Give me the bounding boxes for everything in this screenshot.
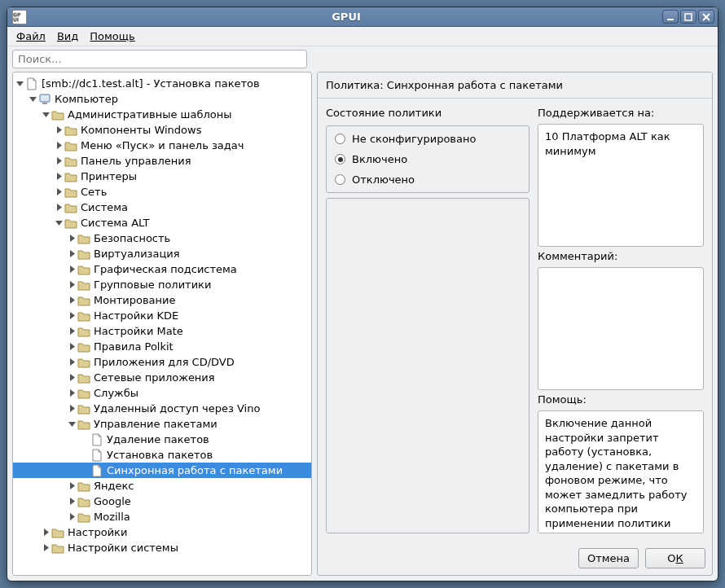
tree-panel[interactable]: [smb://dc1.test.alt] - Установка пакетов… bbox=[12, 72, 312, 576]
tree-folder[interactable]: Меню «Пуск» и панель задач bbox=[13, 138, 311, 153]
radio-disabled[interactable]: Отключено bbox=[335, 173, 521, 186]
expander-icon[interactable] bbox=[67, 327, 77, 335]
tree-folder[interactable]: Настройки KDE bbox=[13, 308, 311, 323]
tree-leaf[interactable]: Установка пакетов bbox=[13, 447, 311, 463]
info-column: Поддерживается на: 10 Платформа ALT как … bbox=[538, 107, 704, 533]
tree-folder[interactable]: Службы bbox=[13, 385, 311, 401]
svg-marker-15 bbox=[55, 221, 63, 226]
svg-marker-23 bbox=[70, 343, 75, 350]
cancel-button[interactable]: Отмена bbox=[578, 548, 639, 568]
ok-button[interactable]: ОК bbox=[645, 548, 705, 568]
tree-folder[interactable]: Монтирование bbox=[13, 292, 311, 308]
expander-icon[interactable] bbox=[67, 482, 77, 489]
expander-icon[interactable] bbox=[54, 173, 64, 180]
tree-folder[interactable]: Групповые политики bbox=[13, 277, 311, 292]
expander-icon[interactable] bbox=[67, 281, 77, 288]
radio-enabled[interactable]: Включено bbox=[335, 153, 521, 165]
svg-marker-17 bbox=[70, 250, 75, 257]
expander-icon[interactable] bbox=[67, 235, 77, 242]
expander-icon[interactable] bbox=[54, 126, 64, 134]
folder-icon bbox=[64, 217, 77, 230]
tree-folder[interactable]: Правила Polkit bbox=[13, 339, 311, 354]
tree-folder[interactable]: Система ALT bbox=[13, 215, 311, 230]
menu-view[interactable]: Вид bbox=[51, 29, 84, 44]
tree-folder[interactable]: Безопасность bbox=[13, 230, 311, 246]
expander-icon[interactable] bbox=[54, 219, 64, 226]
expander-icon[interactable] bbox=[54, 204, 64, 211]
svg-rect-7 bbox=[42, 103, 47, 104]
tree-folder[interactable]: Виртуализация bbox=[13, 246, 311, 261]
tree-folder[interactable]: Сетевые приложения bbox=[13, 370, 311, 385]
tree-folder[interactable]: Управление пакетами bbox=[13, 416, 311, 432]
menu-help[interactable]: Помощь bbox=[84, 29, 140, 44]
svg-marker-11 bbox=[57, 157, 62, 165]
tree-label: Управление пакетами bbox=[94, 418, 218, 430]
doc-icon bbox=[90, 433, 103, 446]
search-input[interactable] bbox=[12, 50, 307, 68]
tree-folder[interactable]: Панель управления bbox=[13, 153, 311, 169]
expander-icon[interactable] bbox=[67, 405, 77, 412]
expander-icon[interactable] bbox=[41, 529, 51, 536]
help-text: Включение данной настройки запретит рабо… bbox=[538, 410, 704, 533]
expander-icon[interactable] bbox=[67, 389, 77, 397]
expander-icon[interactable] bbox=[54, 142, 64, 149]
expander-icon[interactable] bbox=[54, 157, 64, 165]
tree-label: Настройки bbox=[68, 526, 127, 538]
tree-folder[interactable]: Компьютер bbox=[13, 91, 311, 107]
expander-icon[interactable] bbox=[67, 498, 77, 505]
tree-folder[interactable]: Принтеры bbox=[13, 169, 311, 184]
expander-icon[interactable] bbox=[67, 250, 77, 257]
tree-label: Приложения для CD/DVD bbox=[94, 356, 235, 368]
expander-icon[interactable] bbox=[54, 188, 64, 195]
expander-icon[interactable] bbox=[67, 296, 77, 304]
tree-folder[interactable]: Google bbox=[13, 494, 311, 509]
expander-icon[interactable] bbox=[67, 374, 77, 381]
expander-icon[interactable] bbox=[67, 420, 77, 428]
expander-icon[interactable] bbox=[15, 80, 24, 87]
help-label: Помощь: bbox=[538, 393, 704, 407]
comment-text[interactable] bbox=[538, 267, 704, 390]
tree-leaf[interactable]: Удаление пакетов bbox=[13, 432, 311, 447]
close-button[interactable] bbox=[698, 10, 714, 24]
tree-label: Компьютер bbox=[55, 93, 118, 105]
tree-folder[interactable]: Яндекс bbox=[13, 478, 311, 494]
tree-folder[interactable]: Настройки bbox=[13, 524, 311, 540]
button-bar: Отмена ОК bbox=[318, 542, 712, 575]
expander-icon[interactable] bbox=[67, 312, 77, 319]
expander-icon[interactable] bbox=[67, 343, 77, 350]
tree-folder[interactable]: Настройки системы bbox=[13, 540, 311, 555]
options-box bbox=[326, 198, 529, 533]
comment-label: Комментарий: bbox=[538, 250, 704, 264]
policy-tree[interactable]: [smb://dc1.test.alt] - Установка пакетов… bbox=[13, 76, 311, 555]
policy-title: Политика: Синхронная работа с пакетами bbox=[318, 72, 712, 99]
tree-folder[interactable]: Приложения для CD/DVD bbox=[13, 354, 311, 370]
expander-icon[interactable] bbox=[28, 95, 37, 103]
tree-folder[interactable]: Административные шаблоны bbox=[13, 107, 311, 122]
menu-file[interactable]: Файл bbox=[11, 29, 51, 44]
radio-not-configured[interactable]: Не сконфигурировано bbox=[335, 133, 521, 145]
titlebar: GP UI GPUI bbox=[7, 7, 718, 27]
tree-folder[interactable]: Сеть bbox=[13, 184, 311, 200]
search-box bbox=[12, 50, 307, 68]
tree-leaf[interactable]: Синхронная работа с пакетами bbox=[13, 463, 311, 478]
svg-marker-12 bbox=[57, 173, 62, 180]
expander-icon[interactable] bbox=[67, 513, 77, 520]
folder-icon bbox=[77, 511, 90, 524]
folder-icon bbox=[77, 340, 90, 353]
tree-folder[interactable]: Система bbox=[13, 200, 311, 215]
tree-folder[interactable]: Компоненты Windows bbox=[13, 122, 311, 138]
expander-icon[interactable] bbox=[41, 111, 51, 118]
svg-marker-19 bbox=[70, 281, 75, 288]
tree-folder[interactable]: [smb://dc1.test.alt] - Установка пакетов bbox=[13, 76, 311, 91]
svg-marker-16 bbox=[70, 235, 75, 242]
maximize-button[interactable] bbox=[680, 10, 696, 24]
tree-folder[interactable]: Удаленный доступ через Vino bbox=[13, 401, 311, 416]
expander-icon[interactable] bbox=[41, 544, 51, 551]
minimize-button[interactable] bbox=[662, 10, 679, 24]
expander-icon[interactable] bbox=[67, 265, 77, 273]
tree-folder[interactable]: Настройки Mate bbox=[13, 323, 311, 339]
expander-icon[interactable] bbox=[67, 358, 77, 366]
folder-icon bbox=[51, 526, 64, 539]
tree-folder[interactable]: Mozilla bbox=[13, 509, 311, 524]
tree-folder[interactable]: Графическая подсистема bbox=[13, 261, 311, 277]
